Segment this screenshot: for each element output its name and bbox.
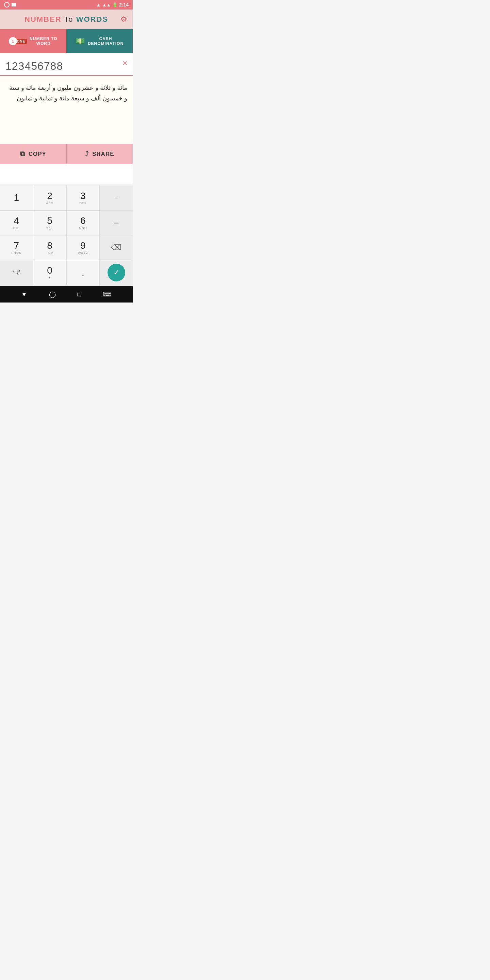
back-button[interactable]: ▼ <box>21 291 27 298</box>
status-left-icons <box>4 2 16 8</box>
time-display: 2:14 <box>119 2 129 8</box>
number-badge: 1 <box>9 37 17 45</box>
sim-icon <box>11 3 16 6</box>
keypad-row-1: 1 2 ABC 3 DEF − <box>0 186 133 211</box>
key-symbols[interactable]: * # <box>0 260 33 285</box>
key-dash[interactable]: — <box>100 211 133 235</box>
bottom-navigation: ▼ ◯ □ ⌨ <box>0 286 133 302</box>
recents-button[interactable]: □ <box>77 291 81 298</box>
spacer <box>0 164 133 185</box>
clear-button[interactable]: ✕ <box>122 59 128 67</box>
keypad-row-3: 7 PRQS 8 TUV 9 WXYZ ⌫ <box>0 235 133 260</box>
key-5[interactable]: 5 JKL <box>33 211 67 235</box>
key-dot[interactable]: . <box>67 260 100 285</box>
key-0[interactable]: 0 + <box>33 260 67 285</box>
result-text: مائة و ثلاثة و عشرون مليون و أربعة مائة … <box>9 84 127 102</box>
app-header: NUMBER To WORDS ⚙ <box>0 10 133 29</box>
key-2[interactable]: 2 ABC <box>33 186 67 210</box>
share-icon: ⤴ <box>85 150 89 158</box>
checkmark-icon: ✓ <box>113 268 119 277</box>
title-words: WORDS <box>76 15 108 24</box>
title-number: NUMBER <box>24 15 62 24</box>
tab-number-label: NUMBER TO WORD <box>30 37 57 46</box>
settings-icon[interactable]: ⚙ <box>121 15 127 24</box>
keypad-row-4: * # 0 + . ✓ <box>0 260 133 285</box>
keypad: 1 2 ABC 3 DEF − 4 GHI 5 JKL 6 MNO — <box>0 185 133 286</box>
key-1[interactable]: 1 <box>0 186 33 210</box>
input-area: ✕ <box>0 53 133 76</box>
tab-cash-denomination[interactable]: 💵 CASH DENOMINATION <box>66 29 133 53</box>
share-label: SHARE <box>92 151 115 158</box>
copy-icon: ⧉ <box>20 150 25 158</box>
confirm-button[interactable]: ✓ <box>108 264 125 282</box>
share-button[interactable]: ⤴ SHARE <box>67 144 133 164</box>
tab-bar: 1 ONE NUMBER TO WORD 💵 CASH DENOMINATION <box>0 29 133 53</box>
signal-icon: ▲▲ <box>102 2 111 8</box>
key-9[interactable]: 9 WXYZ <box>67 235 100 260</box>
key-4[interactable]: 4 GHI <box>0 211 33 235</box>
delete-icon: ⌫ <box>111 243 121 252</box>
circle-icon <box>4 2 10 8</box>
status-right-icons: ▲ ▲▲ 🔋 2:14 <box>96 2 129 8</box>
home-button[interactable]: ◯ <box>49 291 56 298</box>
key-7[interactable]: 7 PRQS <box>0 235 33 260</box>
title-to: To <box>64 15 73 24</box>
copy-label: COPY <box>29 151 46 158</box>
key-6[interactable]: 6 MNO <box>67 211 100 235</box>
result-area: مائة و ثلاثة و عشرون مليون و أربعة مائة … <box>0 76 133 144</box>
keyboard-button[interactable]: ⌨ <box>103 291 111 298</box>
copy-button[interactable]: ⧉ COPY <box>0 144 67 164</box>
cash-icon: 💵 <box>76 37 85 46</box>
key-3[interactable]: 3 DEF <box>67 186 100 210</box>
app-title: NUMBER To WORDS <box>24 15 108 24</box>
battery-icon: 🔋 <box>112 2 118 8</box>
key-delete[interactable]: ⌫ <box>100 235 133 260</box>
key-minus[interactable]: − <box>100 186 133 210</box>
key-confirm[interactable]: ✓ <box>100 260 133 285</box>
keypad-row-2: 4 GHI 5 JKL 6 MNO — <box>0 211 133 235</box>
action-buttons: ⧉ COPY ⤴ SHARE <box>0 144 133 164</box>
key-8[interactable]: 8 TUV <box>33 235 67 260</box>
wifi-icon: ▲ <box>96 2 101 8</box>
number-input[interactable] <box>5 60 127 75</box>
status-bar: ▲ ▲▲ 🔋 2:14 <box>0 0 133 10</box>
tab-cash-label: CASH DENOMINATION <box>88 37 124 46</box>
tab-number-to-word[interactable]: 1 ONE NUMBER TO WORD <box>0 29 66 53</box>
